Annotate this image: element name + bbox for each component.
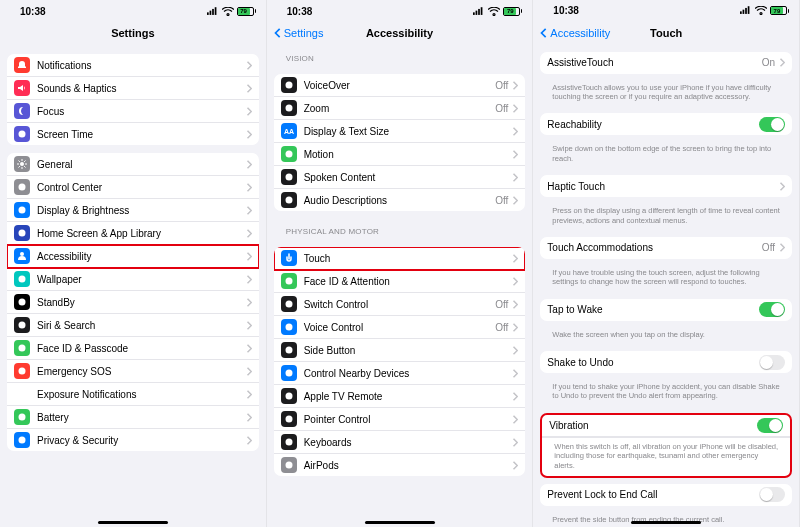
row-wallpaper[interactable]: Wallpaper bbox=[7, 268, 259, 291]
face-icon bbox=[281, 273, 297, 289]
row-battery[interactable]: Battery bbox=[7, 406, 259, 429]
group-footer: Wake the screen when you tap on the disp… bbox=[540, 327, 792, 345]
row-haptictouch[interactable]: Haptic Touch bbox=[540, 175, 792, 197]
row-pointer[interactable]: Pointer Control bbox=[274, 408, 526, 431]
group-header: VISION bbox=[274, 46, 526, 66]
toggle-switch[interactable] bbox=[757, 418, 783, 433]
home-indicator[interactable] bbox=[631, 521, 701, 524]
grid-icon bbox=[14, 225, 30, 241]
row-faceid2[interactable]: Face ID & Attention bbox=[274, 270, 526, 293]
row-label: Control Nearby Devices bbox=[304, 368, 513, 379]
row-zoom[interactable]: ZoomOff bbox=[274, 97, 526, 120]
page-title: Settings bbox=[111, 27, 154, 39]
row-value: Off bbox=[762, 242, 775, 253]
settings-group: VibrationWhen this switch is off, all vi… bbox=[540, 413, 792, 478]
row-displaytext[interactable]: Display & Text Size bbox=[274, 120, 526, 143]
back-button[interactable]: Accessibility bbox=[539, 27, 610, 39]
row-assistivetouch[interactable]: AssistiveTouchOn bbox=[540, 52, 792, 74]
back-button[interactable]: Settings bbox=[273, 27, 324, 39]
toggle-switch[interactable] bbox=[759, 355, 785, 370]
accessibility-list[interactable]: VISIONVoiceOverOffZoomOffDisplay & Text … bbox=[267, 46, 533, 527]
row-homescreen[interactable]: Home Screen & App Library bbox=[7, 222, 259, 245]
row-general[interactable]: General bbox=[7, 153, 259, 176]
settings-list[interactable]: NotificationsSounds & HapticsFocusScreen… bbox=[0, 46, 266, 527]
row-accessibility[interactable]: Accessibility bbox=[7, 245, 259, 268]
home-indicator[interactable] bbox=[98, 521, 168, 524]
back-label: Accessibility bbox=[550, 27, 610, 39]
zoom-icon bbox=[281, 100, 297, 116]
speaker-icon bbox=[14, 80, 30, 96]
row-controlcenter[interactable]: Control Center bbox=[7, 176, 259, 199]
row-voicecontrol[interactable]: Voice ControlOff bbox=[274, 316, 526, 339]
row-motion[interactable]: Motion bbox=[274, 143, 526, 166]
battery-icon: 79 bbox=[770, 6, 789, 15]
row-display[interactable]: Display & Brightness bbox=[7, 199, 259, 222]
status-time: 10:38 bbox=[287, 6, 313, 17]
home-indicator[interactable] bbox=[365, 521, 435, 524]
row-label: Display & Text Size bbox=[304, 126, 513, 137]
settings-group: GeneralControl CenterDisplay & Brightnes… bbox=[7, 153, 259, 451]
group-footer: Swipe down on the bottom edge of the scr… bbox=[540, 141, 792, 169]
chevron-right-icon bbox=[246, 252, 252, 261]
phone-touch: 10:38 79 Accessibility Touch AssistiveTo… bbox=[533, 0, 800, 527]
row-appletv[interactable]: Apple TV Remote bbox=[274, 385, 526, 408]
row-standby[interactable]: StandBy bbox=[7, 291, 259, 314]
row-airpods[interactable]: AirPods bbox=[274, 454, 526, 476]
chevron-right-icon bbox=[512, 173, 518, 182]
row-sidebutton[interactable]: Side Button bbox=[274, 339, 526, 362]
row-label: Reachability bbox=[547, 119, 759, 130]
siri-icon bbox=[14, 317, 30, 333]
speak-icon bbox=[281, 169, 297, 185]
voiceover-icon bbox=[281, 77, 297, 93]
row-screentime[interactable]: Screen Time bbox=[7, 123, 259, 145]
row-notifications[interactable]: Notifications bbox=[7, 54, 259, 77]
row-label: Switch Control bbox=[304, 299, 496, 310]
row-label: Home Screen & App Library bbox=[37, 228, 246, 239]
row-voiceover[interactable]: VoiceOverOff bbox=[274, 74, 526, 97]
chevron-right-icon bbox=[246, 229, 252, 238]
row-shaketoundo[interactable]: Shake to Undo bbox=[540, 351, 792, 373]
chevron-right-icon bbox=[512, 150, 518, 159]
row-label: Notifications bbox=[37, 60, 246, 71]
row-nearby[interactable]: Control Nearby Devices bbox=[274, 362, 526, 385]
row-faceid[interactable]: Face ID & Passcode bbox=[7, 337, 259, 360]
row-touch[interactable]: Touch bbox=[274, 247, 526, 270]
row-preventlock[interactable]: Prevent Lock to End Call bbox=[540, 484, 792, 506]
touch-list[interactable]: AssistiveTouchOnAssistiveTouch allows yo… bbox=[533, 46, 799, 527]
row-label: Face ID & Passcode bbox=[37, 343, 246, 354]
row-touchaccom[interactable]: Touch AccommodationsOff bbox=[540, 237, 792, 259]
row-value: Off bbox=[495, 322, 508, 333]
wifi-icon bbox=[222, 7, 234, 16]
toggle-switch[interactable] bbox=[759, 302, 785, 317]
row-exposure[interactable]: Exposure Notifications bbox=[7, 383, 259, 406]
row-taptowake[interactable]: Tap to Wake bbox=[540, 299, 792, 321]
settings-group: NotificationsSounds & HapticsFocusScreen… bbox=[7, 54, 259, 145]
chevron-right-icon bbox=[512, 392, 518, 401]
row-label: Voice Control bbox=[304, 322, 496, 333]
row-spoken[interactable]: Spoken Content bbox=[274, 166, 526, 189]
settings-group: Shake to Undo bbox=[540, 351, 792, 373]
toggle-switch[interactable] bbox=[759, 117, 785, 132]
row-sos[interactable]: Emergency SOS bbox=[7, 360, 259, 383]
wifi-icon bbox=[755, 6, 767, 15]
settings-group: Tap to Wake bbox=[540, 299, 792, 321]
row-sounds[interactable]: Sounds & Haptics bbox=[7, 77, 259, 100]
toggle-switch[interactable] bbox=[759, 487, 785, 502]
group-footer: If you have trouble using the touch scre… bbox=[540, 265, 792, 293]
row-focus[interactable]: Focus bbox=[7, 100, 259, 123]
row-reachability[interactable]: Reachability bbox=[540, 113, 792, 135]
row-label: Vibration bbox=[549, 420, 757, 431]
row-audiodesc[interactable]: Audio DescriptionsOff bbox=[274, 189, 526, 211]
row-switchcontrol[interactable]: Switch ControlOff bbox=[274, 293, 526, 316]
group-footer: Prevent the side button from ending the … bbox=[540, 512, 792, 527]
airpods-icon bbox=[281, 457, 297, 473]
row-keyboards[interactable]: Keyboards bbox=[274, 431, 526, 454]
row-label: Prevent Lock to End Call bbox=[547, 489, 759, 500]
row-siri[interactable]: Siri & Search bbox=[7, 314, 259, 337]
bell-icon bbox=[14, 57, 30, 73]
chevron-right-icon bbox=[512, 277, 518, 286]
row-label: Zoom bbox=[304, 103, 496, 114]
row-value: Off bbox=[495, 299, 508, 310]
row-privacy[interactable]: Privacy & Security bbox=[7, 429, 259, 451]
row-vibration[interactable]: Vibration bbox=[542, 415, 790, 437]
